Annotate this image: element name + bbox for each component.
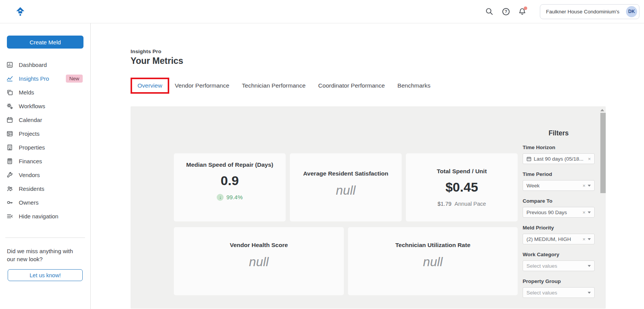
filter-label: Meld Priority: [523, 225, 595, 231]
properties-icon: [7, 144, 13, 151]
metric-secondary: $1.79 Annual Pace: [438, 201, 486, 207]
notification-dot: [524, 7, 527, 10]
sidebar-item-label: Projects: [19, 130, 39, 137]
filter-meld-priority: Meld Priority (2) MEDIUM, HIGH ×: [523, 225, 595, 244]
metric-card-median-speed-of-repair: Median Speed of Repair (Days) 0.9 ↓ 99.4…: [174, 153, 286, 221]
filter-property-group: Property Group Select values: [523, 278, 595, 298]
account-switcher[interactable]: Faulkner House Condominium's DK: [540, 4, 639, 19]
time-horizon-input[interactable]: Last 90 days (05/18... ×: [523, 153, 595, 164]
sidebar-divider: [5, 237, 85, 238]
sidebar-item-label: Calendar: [19, 117, 42, 123]
clear-icon[interactable]: ×: [588, 156, 591, 162]
sidebar-item-vendors[interactable]: Vendors: [0, 168, 90, 182]
time-period-select[interactable]: Week ×: [523, 180, 595, 191]
page-eyebrow: Insights Pro: [131, 49, 183, 54]
metric-value-null: null: [336, 183, 355, 198]
filter-value: Last 90 days (05/18...: [534, 156, 585, 162]
filter-placeholder: Select values: [526, 263, 585, 269]
meld-priority-select[interactable]: (2) MEDIUM, HIGH ×: [523, 234, 595, 244]
sidebar-item-calendar[interactable]: Calendar: [0, 113, 90, 127]
calendar-icon: [7, 117, 13, 123]
metric-title: Total Spend / Unit: [437, 168, 487, 175]
topbar: ? Faulkner House Condominium's DK: [0, 0, 644, 23]
help-icon[interactable]: ?: [502, 7, 510, 16]
filter-label: Work Category: [523, 252, 595, 257]
clear-icon[interactable]: ×: [582, 183, 585, 189]
sidebar-item-workflows[interactable]: Workflows: [0, 99, 90, 113]
avatar[interactable]: DK: [626, 6, 637, 17]
chevron-down-icon[interactable]: [588, 185, 591, 187]
metric-card-total-spend-per-unit: Total Spend / Unit $0.45 $1.79 Annual Pa…: [406, 153, 518, 221]
metric-value-null: null: [423, 255, 443, 269]
sidebar-item-label: Dashboard: [19, 62, 47, 68]
residents-icon: [7, 185, 13, 192]
notification-bell-icon[interactable]: [518, 7, 526, 16]
tab-coordinator-performance[interactable]: Coordinator Performance: [318, 82, 385, 89]
let-us-know-button[interactable]: Let us know!: [8, 269, 83, 281]
metric-value: $0.45: [445, 180, 478, 195]
sidebar-item-label: Owners: [19, 199, 39, 206]
scrollbar: [599, 106, 606, 309]
filter-value: (2) MEDIUM, HIGH: [526, 236, 580, 242]
metric-card-average-resident-satisfaction: Average Resident Satisfaction null: [290, 153, 402, 221]
chevron-down-icon[interactable]: [588, 238, 591, 240]
search-icon[interactable]: [485, 7, 494, 16]
insights-pro-icon: [7, 75, 13, 82]
feedback-prompt: Did we miss anything with our new look?: [0, 247, 90, 263]
sidebar-item-label: Vendors: [19, 172, 40, 178]
clear-icon[interactable]: ×: [582, 210, 585, 215]
create-meld-button[interactable]: Create Meld: [7, 36, 83, 49]
app-logo[interactable]: [15, 7, 25, 16]
down-arrow-icon: ↓: [217, 194, 224, 201]
tab-vendor-performance[interactable]: Vendor Performance: [175, 82, 229, 89]
filter-time-period: Time Period Week ×: [523, 171, 595, 191]
sidebar-item-projects[interactable]: Projects: [0, 127, 90, 140]
metric-title: Technician Utilization Rate: [395, 242, 470, 249]
sidebar: Create Meld Dashboard Insights Pro New: [0, 23, 91, 309]
scroll-up-arrow-icon[interactable]: [600, 109, 604, 111]
filter-time-horizon: Time Horizon Last 90 days (05/18... ×: [523, 145, 595, 164]
work-category-select[interactable]: Select values: [523, 260, 595, 271]
sidebar-item-finances[interactable]: Finances: [0, 154, 90, 168]
main-content: Insights Pro Your Metrics Overview Vendo…: [91, 23, 644, 309]
sidebar-item-label: Properties: [19, 144, 45, 151]
sidebar-item-label: Melds: [19, 89, 34, 96]
chevron-down-icon[interactable]: [588, 211, 591, 213]
page-title: Your Metrics: [131, 56, 183, 66]
clear-icon[interactable]: ×: [582, 236, 585, 242]
sidebar-item-dashboard[interactable]: Dashboard: [0, 58, 90, 72]
sidebar-item-owners[interactable]: Owners: [0, 195, 90, 209]
svg-text:?: ?: [505, 9, 507, 14]
scrollbar-thumb[interactable]: [600, 113, 606, 193]
chevron-down-icon[interactable]: [588, 292, 591, 294]
new-badge: New: [66, 75, 83, 83]
sidebar-item-properties[interactable]: Properties: [0, 140, 90, 154]
page-header: Insights Pro Your Metrics: [131, 49, 183, 66]
sidebar-item-residents[interactable]: Residents: [0, 182, 90, 195]
filter-work-category: Work Category Select values: [523, 252, 595, 271]
tab-benchmarks[interactable]: Benchmarks: [397, 82, 430, 89]
account-name: Faulkner House Condominium's: [546, 9, 621, 15]
metric-card-technician-utilization-rate: Technician Utilization Rate null: [348, 227, 518, 295]
sidebar-item-insights-pro[interactable]: Insights Pro New: [0, 72, 90, 85]
chevron-down-icon[interactable]: [588, 265, 591, 267]
melds-icon: [7, 89, 13, 96]
filter-label: Compare To: [523, 198, 595, 204]
sidebar-item-melds[interactable]: Melds: [0, 85, 90, 99]
filter-compare-to: Compare To Previous 90 Days ×: [523, 198, 595, 218]
compare-to-select[interactable]: Previous 90 Days ×: [523, 207, 595, 218]
filter-label: Time Period: [523, 171, 595, 177]
sidebar-nav: Dashboard Insights Pro New Melds Wor: [0, 58, 90, 223]
sidebar-item-hide-navigation[interactable]: Hide navigation: [0, 209, 90, 223]
tab-technician-performance[interactable]: Technician Performance: [242, 82, 306, 89]
filter-label: Property Group: [523, 278, 595, 284]
metric-title: Vendor Health Score: [230, 242, 288, 249]
tab-overview[interactable]: Overview: [137, 82, 162, 89]
owners-icon: [7, 199, 13, 206]
property-group-select[interactable]: Select values: [523, 287, 595, 298]
workflows-icon: [7, 103, 13, 109]
metric-delta: ↓ 99.4%: [217, 194, 243, 201]
metric-title: Average Resident Satisfaction: [303, 170, 389, 177]
filters-panel: Filters Time Horizon Last 90 days (05/18…: [523, 129, 595, 305]
calendar-icon: [526, 156, 531, 161]
